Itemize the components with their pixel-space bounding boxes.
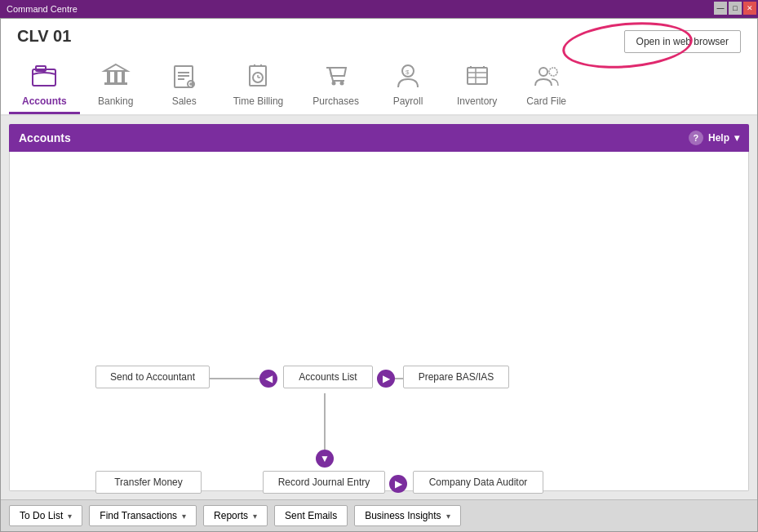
- svg-point-31: [549, 68, 557, 76]
- inventory-icon: [461, 60, 494, 92]
- business-insights-label: Business Insights: [365, 510, 441, 521]
- tab-cardfile-label: Card File: [526, 95, 566, 107]
- sales-icon: [168, 60, 201, 92]
- payroll-icon: $: [392, 60, 424, 92]
- banking-icon: [100, 60, 132, 92]
- cardfile-icon: [530, 60, 563, 92]
- help-icon: ?: [689, 131, 703, 145]
- accounts-list-button[interactable]: Accounts List: [283, 366, 373, 388]
- sent-emails-label: Sent Emails: [285, 510, 337, 521]
- tab-payroll-label: Payroll: [393, 95, 423, 107]
- tab-sales-label: Sales: [172, 95, 197, 107]
- minimize-button[interactable]: —: [714, 2, 727, 15]
- accounts-list-left-arrow: ◀: [259, 370, 277, 388]
- panel-body: Send to Accountant ◀ Accounts List ▶ Pre…: [9, 152, 749, 491]
- panel-header-right: ? Help ▾: [689, 131, 739, 145]
- close-button[interactable]: ✕: [743, 2, 756, 15]
- tab-accounts-label: Accounts: [22, 95, 67, 107]
- find-transactions-label: Find Transactions: [100, 510, 177, 521]
- title-bar-text: Command Centre: [7, 4, 78, 14]
- svg-rect-3: [107, 71, 110, 82]
- svg-point-21: [339, 82, 344, 86]
- bottom-toolbar: To Do List ▾ Find Transactions ▾ Reports…: [1, 499, 757, 531]
- title-bar: Command Centre — □ ✕: [0, 0, 758, 18]
- open-browser-button[interactable]: Open in web browser: [624, 30, 741, 53]
- workflow-connectors: [26, 168, 732, 474]
- panel-header: Accounts ? Help ▾: [9, 124, 749, 152]
- todo-label: To Do List: [20, 510, 63, 521]
- svg-rect-4: [114, 71, 117, 82]
- sent-emails-button[interactable]: Sent Emails: [274, 505, 348, 526]
- maximize-button[interactable]: □: [729, 2, 742, 15]
- workflow: Send to Accountant ◀ Accounts List ▶ Pre…: [26, 168, 732, 474]
- title-bar-controls: — □ ✕: [714, 2, 756, 15]
- business-insights-arrow: ▾: [446, 512, 450, 521]
- svg-rect-24: [468, 68, 487, 84]
- svg-rect-6: [104, 82, 127, 85]
- svg-point-30: [539, 68, 547, 76]
- tab-cardfile[interactable]: Card File: [513, 53, 579, 114]
- content-area: Accounts ? Help ▾: [1, 116, 757, 499]
- tab-purchases-label: Purchases: [313, 95, 359, 107]
- find-transactions-button[interactable]: Find Transactions ▾: [89, 505, 197, 526]
- svg-text:$: $: [406, 69, 410, 76]
- nav-tabs: Accounts Banking: [1, 53, 757, 116]
- panel-title: Accounts: [19, 131, 71, 144]
- record-journal-right-arrow: ▶: [389, 475, 407, 493]
- company-name: CLV 01: [17, 27, 71, 46]
- svg-rect-5: [122, 71, 125, 82]
- down-arrow-1: ▼: [316, 450, 334, 468]
- accounts-list-right-arrow: ▶: [377, 370, 395, 388]
- svg-marker-2: [104, 64, 127, 71]
- company-header: CLV 01 Open in web browser: [1, 19, 757, 53]
- main-window: CLV 01 Open in web browser Accounts: [0, 18, 758, 532]
- svg-point-20: [331, 82, 335, 86]
- prepare-bas-button[interactable]: Prepare BAS/IAS: [403, 366, 509, 388]
- tab-inventory-label: Inventory: [457, 95, 497, 107]
- reports-label: Reports: [214, 510, 248, 521]
- reports-button[interactable]: Reports ▾: [203, 505, 268, 526]
- tab-sales[interactable]: Sales: [152, 53, 217, 114]
- company-data-auditor-button[interactable]: Company Data Auditor: [413, 471, 543, 494]
- tab-accounts[interactable]: Accounts: [9, 53, 80, 114]
- record-journal-button[interactable]: Record Journal Entry: [263, 471, 385, 494]
- tab-banking-label: Banking: [98, 95, 133, 107]
- tab-banking[interactable]: Banking: [83, 53, 148, 114]
- tab-inventory[interactable]: Inventory: [444, 53, 510, 114]
- tab-timebilling[interactable]: Time Billing: [220, 53, 297, 114]
- tab-timebilling-label: Time Billing: [233, 95, 284, 107]
- send-to-accountant-button[interactable]: Send to Accountant: [95, 366, 210, 388]
- accounts-icon: [28, 60, 60, 92]
- tab-purchases[interactable]: Purchases: [299, 53, 372, 114]
- tab-payroll[interactable]: $ Payroll: [375, 53, 441, 114]
- todo-button[interactable]: To Do List ▾: [9, 505, 82, 526]
- timebilling-icon: [242, 60, 274, 92]
- accounts-panel: Accounts ? Help ▾: [1, 116, 757, 499]
- help-label[interactable]: Help: [708, 132, 729, 144]
- reports-arrow: ▾: [253, 512, 257, 521]
- help-dropdown-icon[interactable]: ▾: [734, 132, 739, 144]
- todo-arrow: ▾: [68, 512, 72, 521]
- find-transactions-arrow: ▾: [182, 512, 186, 521]
- business-insights-button[interactable]: Business Insights ▾: [354, 505, 460, 526]
- transfer-money-button[interactable]: Transfer Money: [95, 471, 202, 494]
- purchases-icon: [320, 60, 352, 92]
